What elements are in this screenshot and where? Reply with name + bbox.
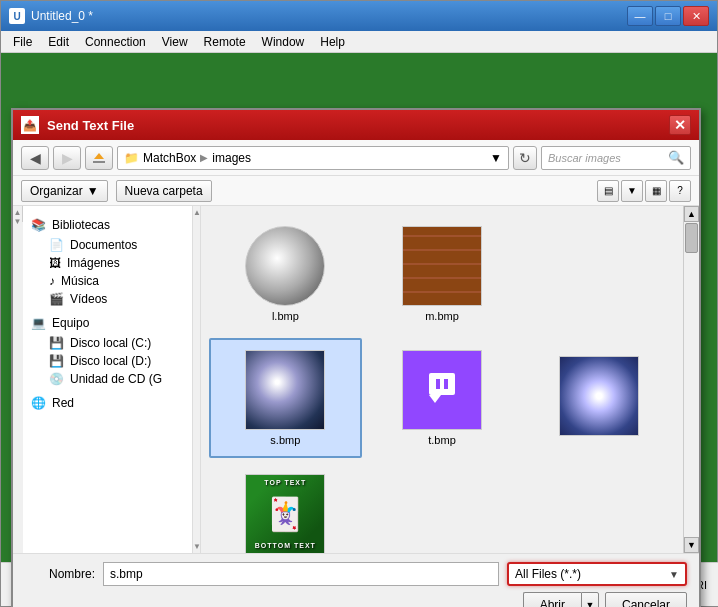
- svg-rect-0: [93, 161, 105, 163]
- organizar-label: Organizar: [30, 184, 83, 198]
- svg-rect-4: [444, 379, 448, 389]
- refresh-button[interactable]: ↻: [513, 146, 537, 170]
- sidebar-musica[interactable]: ♪ Música: [23, 272, 192, 290]
- breadcrumb-icon: 📁: [124, 151, 139, 165]
- file-thumbnail-mbmp: [402, 226, 482, 306]
- breadcrumb[interactable]: 📁 MatchBox ▶ images ▼: [117, 146, 509, 170]
- title-bar: U Untitled_0 * — □ ✕: [1, 1, 717, 31]
- imagenes-icon: 🖼: [49, 256, 61, 270]
- menu-connection[interactable]: Connection: [77, 33, 154, 51]
- menu-edit[interactable]: Edit: [40, 33, 77, 51]
- view-btn-1[interactable]: ▤: [597, 180, 619, 202]
- sidebar-scroll-up[interactable]: ▲: [14, 208, 22, 217]
- sidebar-imagenes[interactable]: 🖼 Imágenes: [23, 254, 192, 272]
- cancel-button[interactable]: Cancelar: [605, 592, 687, 607]
- sidebar-videos[interactable]: 🎬 Vídeos: [23, 290, 192, 308]
- svg-rect-1: [429, 373, 455, 395]
- file-area-scroll-down[interactable]: ▼: [193, 542, 200, 553]
- documentos-icon: 📄: [49, 238, 64, 252]
- filetype-dropdown-arrow: ▼: [669, 569, 679, 580]
- file-scrollbar[interactable]: ▲ ▼: [683, 206, 699, 553]
- maximize-button[interactable]: □: [655, 6, 681, 26]
- file-item-tbmp[interactable]: t.bmp: [366, 338, 519, 458]
- nueva-carpeta-label: Nueva carpeta: [125, 184, 203, 198]
- file-item-ttbmp[interactable]: TOP TEXT BOTTOM TEXT tt.bmp: [209, 462, 362, 553]
- sidebar-documentos[interactable]: 📄 Documentos: [23, 236, 192, 254]
- open-button-group: Abrir ▼: [523, 592, 599, 607]
- app-title: Untitled_0 *: [31, 9, 627, 23]
- app-icon: U: [9, 8, 25, 24]
- minimize-button[interactable]: —: [627, 6, 653, 26]
- videos-icon: 🎬: [49, 292, 64, 306]
- view-btn-dropdown[interactable]: ▼: [621, 180, 643, 202]
- file-name-lbmp: l.bmp: [272, 310, 299, 322]
- main-window: U Untitled_0 * — □ ✕ File Edit Connectio…: [0, 0, 718, 607]
- breadcrumb-folder: images: [212, 151, 251, 165]
- view-controls: ▤ ▼ ▦ ?: [597, 180, 691, 202]
- file-item-lbmp[interactable]: l.bmp: [209, 214, 362, 334]
- disco-c-icon: 💾: [49, 336, 64, 350]
- menu-remote[interactable]: Remote: [196, 33, 254, 51]
- open-button[interactable]: Abrir: [523, 592, 581, 607]
- sidebar-cd[interactable]: 💿 Unidad de CD (G: [23, 370, 192, 388]
- search-icon[interactable]: 🔍: [668, 150, 684, 165]
- view-btn-2[interactable]: ▦: [645, 180, 667, 202]
- dialog-title-bar: 📤 Send Text File ✕: [13, 110, 699, 140]
- file-area: ▲ ▼ l.bmp m.bmp: [193, 206, 699, 553]
- scroll-thumb[interactable]: [685, 223, 698, 253]
- nueva-carpeta-button[interactable]: Nueva carpeta: [116, 180, 212, 202]
- menu-file[interactable]: File: [5, 33, 40, 51]
- help-btn[interactable]: ?: [669, 180, 691, 202]
- breadcrumb-arrow1: ▶: [200, 152, 208, 163]
- up-button[interactable]: [85, 146, 113, 170]
- red-label: Red: [52, 396, 74, 410]
- sidebar-scroll-down[interactable]: ▼: [14, 217, 22, 226]
- sidebar-equipo-header[interactable]: 💻 Equipo: [23, 312, 192, 334]
- scroll-up-button[interactable]: ▲: [684, 206, 699, 222]
- file-thumbnail-sbmp: [245, 350, 325, 430]
- libraries-label: Bibliotecas: [52, 218, 110, 232]
- back-button[interactable]: ◀: [21, 146, 49, 170]
- dialog-action-bar: Organizar ▼ Nueva carpeta ▤ ▼ ▦ ?: [13, 176, 699, 206]
- menu-window[interactable]: Window: [254, 33, 313, 51]
- svg-marker-2: [429, 395, 441, 403]
- red-icon: 🌐: [31, 396, 46, 410]
- dialog-content: ▲ ▼ 📚 Bibliotecas 📄: [13, 206, 699, 553]
- sidebar-disco-c[interactable]: 💾 Disco local (C:): [23, 334, 192, 352]
- dialog-title: Send Text File: [47, 118, 669, 133]
- filename-row: Nombre: All Files (*.*) ▼: [25, 562, 687, 586]
- dialog-bottom: Nombre: All Files (*.*) ▼ Abrir ▼ Cancel…: [13, 553, 699, 607]
- file-item-galaxy2[interactable]: [522, 338, 675, 458]
- breadcrumb-dropdown-arrow: ▼: [490, 151, 502, 165]
- filename-input[interactable]: [103, 562, 499, 586]
- forward-button[interactable]: ▶: [53, 146, 81, 170]
- file-thumbnail-galaxy2: [559, 356, 639, 436]
- menu-view[interactable]: View: [154, 33, 196, 51]
- sidebar-libraries-header[interactable]: 📚 Bibliotecas: [23, 214, 192, 236]
- sidebar-red-header[interactable]: 🌐 Red: [23, 392, 192, 414]
- menu-help[interactable]: Help: [312, 33, 353, 51]
- dialog-close-button[interactable]: ✕: [669, 115, 691, 135]
- file-name-mbmp: m.bmp: [425, 310, 459, 322]
- file-item-mbmp[interactable]: m.bmp: [366, 214, 519, 334]
- sidebar-disco-d[interactable]: 💾 Disco local (D:): [23, 352, 192, 370]
- scroll-down-button[interactable]: ▼: [684, 537, 699, 553]
- search-bar: Buscar images 🔍: [541, 146, 691, 170]
- organizar-button[interactable]: Organizar ▼: [21, 180, 108, 202]
- file-area-scroll-up[interactable]: ▲: [193, 206, 200, 217]
- musica-label: Música: [61, 274, 99, 288]
- dialog-icon: 📤: [21, 116, 39, 134]
- file-item-sbmp[interactable]: s.bmp: [209, 338, 362, 458]
- sidebar: 📚 Bibliotecas 📄 Documentos 🖼 Imágenes: [23, 206, 193, 553]
- file-grid: l.bmp m.bmp s.bmp: [201, 206, 683, 553]
- equipo-icon: 💻: [31, 316, 46, 330]
- file-thumbnail-tbmp: [402, 350, 482, 430]
- scroll-track: [684, 222, 699, 537]
- cd-label: Unidad de CD (G: [70, 372, 162, 386]
- close-button[interactable]: ✕: [683, 6, 709, 26]
- open-dropdown-button[interactable]: ▼: [581, 592, 599, 607]
- filetype-select[interactable]: All Files (*.*) ▼: [507, 562, 687, 586]
- sidebar-group-equipo: 💻 Equipo 💾 Disco local (C:) 💾 Disco loca…: [23, 312, 192, 388]
- window-controls: — □ ✕: [627, 6, 709, 26]
- videos-label: Vídeos: [70, 292, 107, 306]
